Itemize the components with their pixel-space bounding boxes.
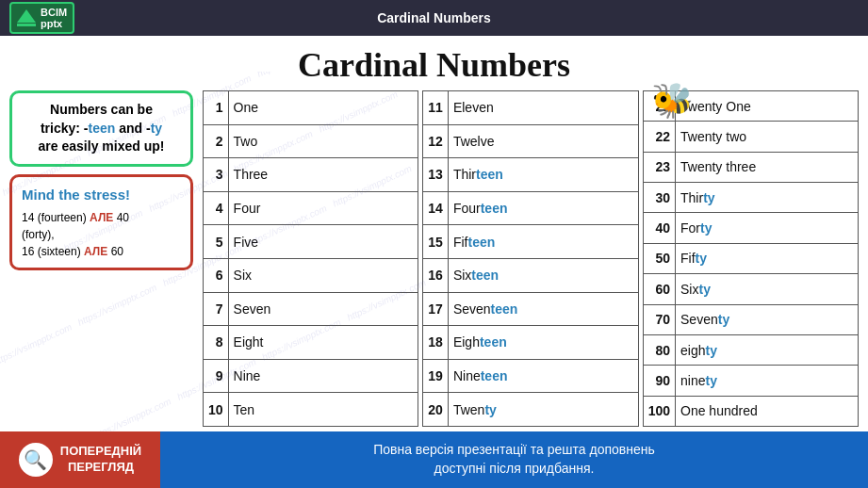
ty-highlight: ty xyxy=(718,312,729,327)
table-row: 3Three xyxy=(204,158,418,192)
ty-highlight: ty xyxy=(484,402,496,417)
preview-text: ПОПЕРЕДНІЙ ПЕРЕГЛЯД xyxy=(60,444,141,476)
topbar-title: Cardinal Numbers xyxy=(151,10,717,25)
table-row: 100One hundred xyxy=(643,396,858,426)
ty-highlight: ty xyxy=(700,220,712,236)
content-area: Numbers can be tricky: -teen and -ty are… xyxy=(0,90,868,431)
stress-line2: (forty), xyxy=(22,228,55,241)
ty-highlight: ty xyxy=(698,282,710,297)
stress-ale2: АЛЕ xyxy=(84,245,107,258)
ty-highlight: ty xyxy=(705,343,716,358)
tip-line2: tricky: -teen and -ty xyxy=(41,121,162,136)
bottom-message-line2: доступні після придбання. xyxy=(170,460,859,479)
ty-highlight: ty xyxy=(705,373,716,388)
table-row: 30Thirty xyxy=(643,183,858,213)
table-row: 17Seventeen xyxy=(423,292,638,326)
table-row: 23Twenty three xyxy=(643,152,858,182)
teen-highlight: teen xyxy=(481,368,508,383)
table-row: 40Forty xyxy=(643,213,858,243)
teen-highlight: teen xyxy=(481,201,508,216)
table-row: 90ninety xyxy=(643,366,858,396)
table-row: 9Nine xyxy=(204,359,418,393)
table-row: 60Sixty xyxy=(643,274,858,304)
preview-icon: 🔍 xyxy=(19,443,53,477)
table-row: 16Sixteen xyxy=(423,258,638,292)
bee-decoration: 🐝 xyxy=(651,81,708,128)
tip-line3: are easily mixed up! xyxy=(39,138,165,154)
top-bar: BCIM pptx Cardinal Numbers xyxy=(0,0,868,36)
table-row: 7Seven xyxy=(204,292,418,326)
tip-box: Numbers can be tricky: -teen and -ty are… xyxy=(9,90,193,167)
table-row: 19Nineteen xyxy=(423,359,638,393)
left-panel: Numbers can be tricky: -teen and -ty are… xyxy=(9,90,193,427)
table-row: 14Fourteen xyxy=(423,191,638,225)
tables-area: 1One 2Two 3Three 4Four 5Five 6Six 7Seven… xyxy=(203,90,859,427)
stress-line3b: 60 xyxy=(111,245,123,258)
stress-ale1: АЛЕ xyxy=(90,211,113,224)
teen-label: teen xyxy=(88,121,115,136)
stress-title: Mind the stress! xyxy=(22,185,181,206)
stress-line1: 14 (fourteen) xyxy=(22,211,87,224)
tip-line1: Numbers can be xyxy=(50,102,153,117)
teen-highlight: teen xyxy=(467,235,495,250)
table-row: 13Thirteen xyxy=(423,158,638,192)
table-row: 5Five xyxy=(204,225,418,259)
preview-button[interactable]: 🔍 ПОПЕРЕДНІЙ ПЕРЕГЛЯД xyxy=(0,431,160,488)
table-row: 4Four xyxy=(204,191,418,225)
logo-area: BCIM pptx xyxy=(0,0,151,36)
table-21-100: 21Twenty One 22Twenty two 23Twenty three… xyxy=(643,90,859,427)
ty-label: ty xyxy=(151,121,162,136)
teen-highlight: teen xyxy=(476,167,503,182)
ty-highlight: ty xyxy=(703,190,714,205)
main-content: https://vsimpptx.com https://vsimpptx.co… xyxy=(0,36,868,431)
table-row: 6Six xyxy=(204,258,418,292)
table-row: 18Eighteen xyxy=(423,326,638,360)
logo-box: BCIM pptx xyxy=(9,2,74,34)
table-row: 1One xyxy=(204,91,418,125)
teen-highlight: teen xyxy=(480,334,507,350)
stress-line1b: 40 xyxy=(117,211,129,224)
bottom-message: Повна версія презентації та решта доповн… xyxy=(160,441,868,478)
table-11-20: 11Eleven 12Twelve 13Thirteen 14Fourteen … xyxy=(422,90,638,427)
bottom-message-line1: Повна версія презентації та решта доповн… xyxy=(170,441,859,460)
table-row: 2Two xyxy=(204,124,418,158)
stress-line3: 16 (sixteen) xyxy=(22,245,81,258)
logo-text: BCIM pptx xyxy=(41,7,67,29)
table-row: 12Twelve xyxy=(423,124,638,158)
ty-highlight: ty xyxy=(696,251,707,266)
bottom-bar: 🔍 ПОПЕРЕДНІЙ ПЕРЕГЛЯД Повна версія презе… xyxy=(0,431,868,488)
teen-highlight: teen xyxy=(471,268,499,283)
table-row: 8Eight xyxy=(204,326,418,360)
table-row: 70Seventy xyxy=(643,304,858,334)
table-row: 50Fifty xyxy=(643,243,858,273)
table-row: 10Ten xyxy=(204,393,418,427)
page-title: Cardinal Numbers xyxy=(0,36,868,90)
stress-box: Mind the stress! 14 (fourteen) АЛЕ 40 (f… xyxy=(9,174,193,271)
table-row: 20Twenty xyxy=(423,393,638,427)
table-row: 11Eleven xyxy=(423,91,638,125)
table-row: 80eighty xyxy=(643,334,858,365)
stress-content: 14 (fourteen) АЛЕ 40 (forty), 16 (sixtee… xyxy=(22,209,181,260)
teen-highlight: teen xyxy=(491,301,518,317)
table-row: 15Fifteen xyxy=(423,225,638,259)
table-1-10: 1One 2Two 3Three 4Four 5Five 6Six 7Seven… xyxy=(203,90,418,427)
